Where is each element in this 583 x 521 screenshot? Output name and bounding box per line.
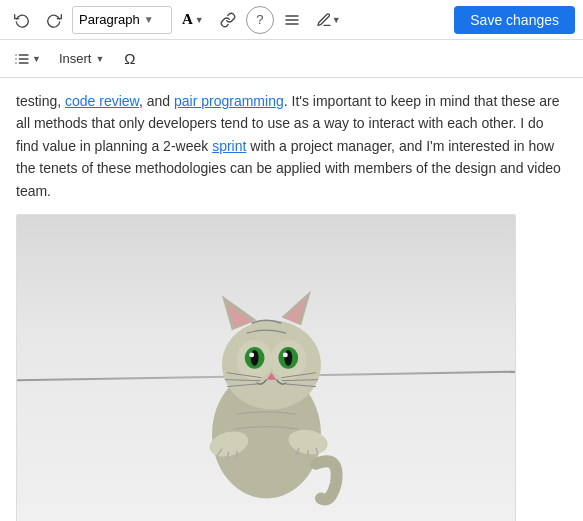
menu-button[interactable] [278,8,306,32]
insert-chevron-icon: ▼ [95,54,104,64]
svg-point-19 [250,350,258,366]
content-area: testing, code review, and pair programmi… [0,78,583,521]
comma-space: , and [139,93,174,109]
pen-chevron-icon: ▼ [332,15,341,25]
font-color-icon: A [182,11,193,28]
insert-label: Insert [59,51,92,66]
paragraph-chevron-icon: ▼ [144,14,154,25]
code-review-link[interactable]: code review [65,93,139,109]
help-icon: ? [256,12,263,27]
sprint-link[interactable]: sprint [212,138,246,154]
svg-point-20 [284,350,292,366]
paragraph-text-before: testing, [16,93,65,109]
pair-programming-link[interactable]: pair programming [174,93,284,109]
paragraph-select[interactable]: Paragraph ▼ [72,6,172,34]
redo-button[interactable] [40,8,68,32]
list-chevron-icon: ▼ [32,54,41,64]
paragraph-label: Paragraph [79,12,140,27]
help-button[interactable]: ? [246,6,274,34]
font-color-button[interactable]: A ▼ [176,7,210,32]
insert-button[interactable]: Insert ▼ [51,47,112,70]
link-button[interactable] [214,8,242,32]
pen-button[interactable]: ▼ [310,8,347,32]
list-button[interactable]: ▼ [8,47,47,71]
svg-point-21 [249,352,254,357]
omega-button[interactable]: Ω [116,46,143,71]
cat-container [142,246,391,521]
toolbar-second: ▼ Insert ▼ Ω [0,40,583,78]
toolbar-top: Paragraph ▼ A ▼ ? ▼ Save changes [0,0,583,40]
save-button[interactable]: Save changes [454,6,575,34]
cat-scene [17,215,515,521]
omega-icon: Ω [124,50,135,67]
undo-button[interactable] [8,8,36,32]
font-chevron-icon: ▼ [195,15,204,25]
editor-image[interactable] [16,214,516,521]
content-paragraph: testing, code review, and pair programmi… [16,90,567,202]
svg-point-22 [282,352,287,357]
